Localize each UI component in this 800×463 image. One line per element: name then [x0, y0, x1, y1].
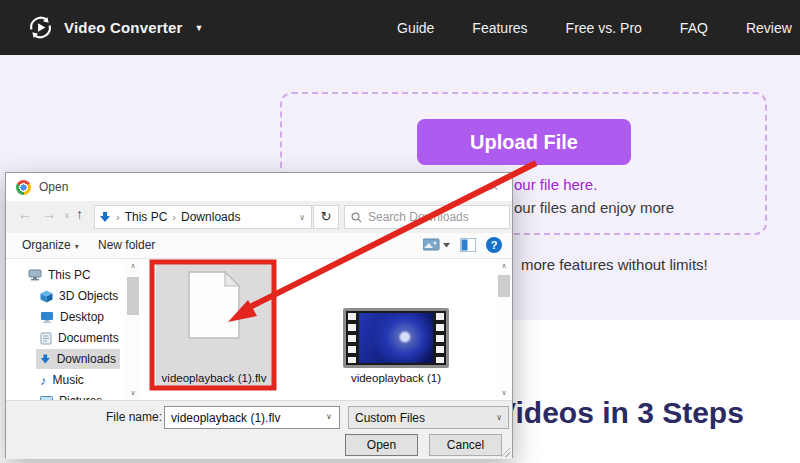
scroll-down-icon[interactable]: ∨ [125, 386, 141, 400]
scrollbar-thumb[interactable] [498, 275, 510, 297]
file-item-flv[interactable]: videoplayback (1).flv [156, 264, 272, 388]
video-thumbnail [343, 308, 449, 368]
view-thumbnails-icon[interactable] [423, 238, 450, 252]
history-chevron-icon[interactable]: ∨ [64, 211, 70, 220]
scroll-down-icon[interactable]: ∨ [496, 386, 512, 400]
dialog-title: Open [39, 180, 68, 194]
organize-button[interactable]: Organize▾ [22, 238, 79, 252]
sidebar-item-this-pc[interactable]: This PC [24, 265, 95, 285]
up-arrow-icon[interactable]: ↑ [76, 206, 83, 222]
file-name-label: videoplayback (1) [330, 372, 462, 384]
video-converter-logo-icon [27, 14, 54, 41]
desktop-icon [40, 311, 54, 323]
downloads-icon [40, 353, 51, 365]
nav-item-features[interactable]: Features [472, 20, 527, 36]
page: Video Converter ▼ Guide Features Free vs… [0, 0, 800, 463]
open-button[interactable]: Open [345, 434, 418, 456]
dialog-body: This PC 3D Objects Desktop Documents Dow… [6, 259, 512, 400]
brand-name[interactable]: Video Converter [64, 19, 183, 36]
view-caret-icon [443, 242, 450, 248]
cancel-button[interactable]: Cancel [429, 434, 502, 456]
nav-item-review[interactable]: Review [746, 20, 792, 36]
address-bar[interactable]: › This PC › Downloads ∨ [94, 205, 312, 229]
scroll-up-icon[interactable]: ∧ [125, 259, 141, 273]
file-name-field-label: File name: [106, 410, 162, 424]
breadcrumb-this-pc[interactable]: This PC [125, 210, 168, 224]
search-placeholder: Search Downloads [368, 210, 469, 224]
features-text: more features without limits! [521, 256, 708, 273]
file-type-select[interactable]: Custom Files ∨ [348, 406, 509, 429]
close-icon[interactable]: ✕ [484, 177, 504, 197]
search-icon [351, 212, 362, 223]
address-dropdown-icon[interactable]: ∨ [299, 213, 307, 222]
site-header: Video Converter ▼ Guide Features Free vs… [0, 0, 800, 55]
resize-grip[interactable] [500, 447, 510, 457]
documents-icon [40, 332, 52, 345]
site-nav: Guide Features Free vs. Pro FAQ Review [380, 0, 792, 55]
enjoy-text: our files and enjoy more [514, 199, 674, 216]
upload-file-button[interactable]: Upload File [417, 119, 631, 165]
this-pc-icon [28, 269, 42, 281]
nav-item-faq[interactable]: FAQ [680, 20, 708, 36]
sidebar-item-music[interactable]: ♪ Music [36, 370, 88, 390]
search-input[interactable]: Search Downloads [344, 205, 510, 229]
dialog-footer: File name: ∨ Custom Files ∨ Open Cancel [6, 400, 512, 459]
filelist-scrollbar[interactable]: ∧ ∨ [496, 259, 512, 400]
preview-pane-icon[interactable] [460, 238, 476, 252]
sidebar-item-desktop[interactable]: Desktop [36, 307, 108, 327]
forward-arrow-icon[interactable]: → [42, 206, 56, 222]
help-icon[interactable]: ? [486, 237, 502, 253]
refresh-icon[interactable]: ↻ [313, 205, 339, 229]
filetype-dropdown-icon: ∨ [496, 413, 502, 422]
breadcrumb-chevron-icon: › [172, 211, 176, 223]
sidebar-item-pictures[interactable]: Pictures [36, 391, 106, 400]
organize-caret-icon: ▾ [75, 242, 79, 251]
nav-item-guide[interactable]: Guide [397, 20, 434, 36]
downloads-folder-icon [99, 211, 111, 223]
open-file-dialog: Open ✕ ← → ∨ ↑ › This PC › Downloads ∨ ↻ [5, 172, 513, 458]
chrome-icon [16, 180, 31, 195]
commandbar-right-icons: ? [423, 237, 502, 253]
page-heading: Videos in 3 Steps [496, 396, 744, 430]
file-name-label: videoplayback (1).flv [156, 372, 272, 384]
back-arrow-icon[interactable]: ← [18, 206, 32, 222]
file-item-video[interactable]: videoplayback (1) [330, 264, 462, 388]
dialog-toolbar: ← → ∨ ↑ › This PC › Downloads ∨ ↻ Sear [6, 201, 512, 233]
drop-hint-text: our file here. [514, 176, 597, 193]
new-folder-button[interactable]: New folder [98, 238, 155, 252]
document-file-icon [187, 270, 241, 340]
music-icon: ♪ [40, 373, 47, 388]
sidebar-item-downloads[interactable]: Downloads [36, 349, 120, 369]
scroll-up-icon[interactable]: ∧ [496, 259, 512, 273]
chevron-down-icon[interactable]: ▼ [195, 23, 204, 33]
brand[interactable]: Video Converter ▼ [27, 14, 204, 41]
file-name-input[interactable] [164, 406, 340, 429]
dialog-titlebar[interactable]: Open ✕ [6, 173, 512, 201]
breadcrumb-downloads[interactable]: Downloads [181, 210, 240, 224]
sidebar-scrollbar[interactable]: ∧ ∨ [125, 259, 141, 400]
sidebar-item-3d-objects[interactable]: 3D Objects [36, 286, 122, 306]
sidebar-item-documents[interactable]: Documents [36, 328, 123, 348]
dialog-commandbar: Organize▾ New folder [6, 233, 512, 259]
breadcrumb-chevron-icon: › [116, 211, 120, 223]
3d-objects-icon [40, 290, 53, 303]
scrollbar-thumb[interactable] [127, 277, 139, 315]
nav-item-free-vs-pro[interactable]: Free vs. Pro [566, 20, 642, 36]
